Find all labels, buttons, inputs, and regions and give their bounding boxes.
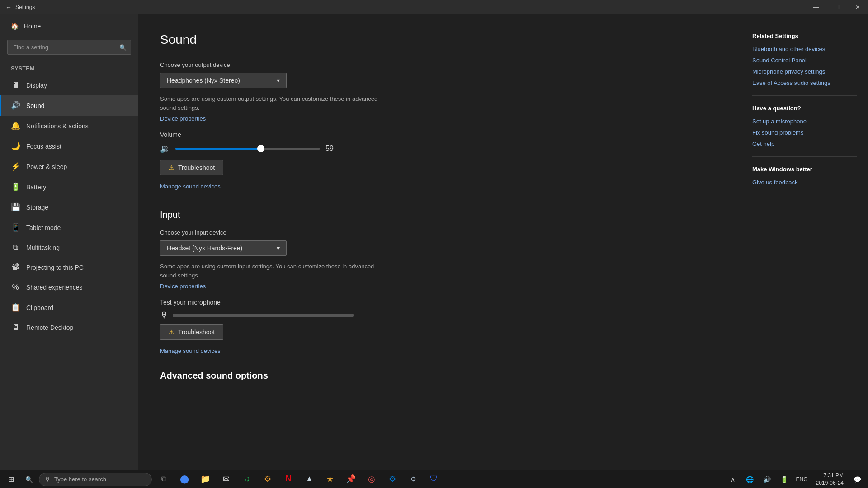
question-link-fix-sound[interactable]: Fix sound problems [752,129,857,136]
question-link-setup-mic[interactable]: Set up a microphone [752,118,857,125]
sidebar-item-clipboard-label: Clipboard [26,304,53,311]
volume-thumb[interactable] [257,145,264,152]
sidebar-item-tablet[interactable]: 📱 Tablet mode [0,217,138,238]
taskbar-search-box[interactable]: 🎙 Type here to search [39,473,152,486]
question-link-get-help[interactable]: Get help [752,141,857,147]
input-troubleshoot-button[interactable]: ⚠ Troubleshoot [160,324,223,340]
sidebar-item-battery-label: Battery [26,183,46,191]
volume-slider[interactable] [175,144,320,153]
sidebar-search-container: 🔍 [7,40,131,55]
taskbar-apps: ⧉ ⬤ 📁 ✉ ♫ ⚙ N ♟ ★ 📌 ◎ ⚙ ⚙ 🛡 [154,470,444,488]
taskbar-app-chrome[interactable]: ⬤ [175,470,194,488]
mic-level-bar [173,314,354,317]
right-divider-1 [752,95,857,96]
taskbar-right-area: ∧ 🌐 🔊 🔋 ENG 7:31 PM 2019-06-24 💬 [722,470,868,488]
language-indicator[interactable]: ENG [794,476,810,483]
titlebar: ← Settings — ❐ ✕ [0,0,868,14]
input-heading: Input [160,210,720,220]
notifications-icon: 🔔 [11,121,20,131]
cortana-button[interactable]: 🔍 [20,470,38,488]
battery-icon: 🔋 [11,182,20,192]
sidebar-item-remote-label: Remote Desktop [26,324,73,331]
sidebar-item-storage[interactable]: 💾 Storage [0,197,138,217]
storage-icon: 💾 [11,202,20,212]
shared-icon: % [11,283,20,292]
related-link-microphone-privacy[interactable]: Microphone privacy settings [752,68,857,75]
sidebar-item-notifications-label: Notifications & actions [26,122,89,130]
close-button[interactable]: ✕ [847,0,868,14]
sidebar-home-button[interactable]: 🏠 Home [0,14,138,38]
input-device-dropdown[interactable]: Headset (Nyx Hands-Free) ▾ [160,240,287,256]
taskbar-app-netflix[interactable]: N [278,470,298,488]
taskbar-search-text: Type here to search [54,476,106,483]
output-device-dropdown[interactable]: Headphones (Nyx Stereo) ▾ [160,73,287,88]
volume-icon: 🔉 [160,144,170,154]
sidebar-item-power[interactable]: ⚡ Power & sleep [0,156,138,177]
feedback-link[interactable]: Give us feedback [752,179,857,186]
taskbar-app-spotify[interactable]: ♫ [237,470,257,488]
volume-fill [175,148,261,150]
taskbar-app-steam[interactable]: ♟ [299,470,319,488]
sound-icon: 🔊 [11,101,20,110]
make-windows-better-title: Make Windows better [752,166,857,173]
taskbar-mic-icon: 🎙 [45,476,51,483]
related-link-sound-control[interactable]: Sound Control Panel [752,57,857,64]
related-link-bluetooth[interactable]: Bluetooth and other devices [752,46,857,52]
taskbar-app-settings[interactable]: ⚙ [382,470,402,488]
output-info-text: Some apps are using custom output settin… [160,94,386,112]
taskbar-app-mail[interactable]: ✉ [216,470,236,488]
input-device-properties-link[interactable]: Device properties [160,283,206,290]
taskbar: ⊞ 🔍 🎙 Type here to search ⧉ ⬤ 📁 ✉ ♫ ⚙ N … [0,470,868,488]
main-content: Sound Choose your output device Headphon… [138,14,741,470]
output-troubleshoot-button[interactable]: ⚠ Troubleshoot [160,160,223,175]
sidebar-item-sound[interactable]: 🔊 Sound [0,95,138,116]
have-question-title: Have a question? [752,105,857,112]
output-device-value: Headphones (Nyx Stereo) [167,77,240,84]
sidebar-item-focus[interactable]: 🌙 Focus assist [0,136,138,156]
taskbar-app-shield[interactable]: 🛡 [424,470,444,488]
taskbar-clock[interactable]: 7:31 PM 2019-06-24 [812,470,847,488]
taskbar-app-camtasia[interactable]: ◎ [362,470,382,488]
sidebar-item-shared[interactable]: % Shared experiences [0,277,138,297]
multitasking-icon: ⧉ [11,243,20,252]
right-divider-2 [752,156,857,157]
sidebar-item-clipboard[interactable]: 📋 Clipboard [0,297,138,318]
sidebar-item-multitasking[interactable]: ⧉ Multitasking [0,238,138,258]
taskbar-app-misc2[interactable]: ★ [320,470,340,488]
clock-date: 2019-06-24 [816,479,844,487]
taskbar-app-sticky[interactable]: 📌 [341,470,361,488]
volume-section: Volume 🔉 59 ⚠ Troubleshoot Manage sound … [160,131,720,199]
page-title: Sound [160,33,720,47]
manage-sound-devices-link-input[interactable]: Manage sound devices [160,347,221,354]
network-icon[interactable]: 🌐 [743,470,757,488]
taskbar-app-misc1[interactable]: ⚙ [258,470,278,488]
volume-taskbar-icon[interactable]: 🔊 [760,470,774,488]
sidebar-item-notifications[interactable]: 🔔 Notifications & actions [0,116,138,136]
output-device-label: Choose your output device [160,61,720,68]
maximize-button[interactable]: ❐ [826,0,847,14]
related-link-ease-of-access[interactable]: Ease of Access audio settings [752,80,857,86]
input-device-label: Choose your input device [160,229,720,236]
back-button[interactable]: ← [5,4,12,11]
battery-taskbar-icon[interactable]: 🔋 [777,470,792,488]
output-dropdown-chevron: ▾ [277,77,280,84]
sidebar-item-remote[interactable]: 🖥 Remote Desktop [0,318,138,338]
taskbar-app-explorer[interactable]: 📁 [195,470,215,488]
related-settings-title: Related Settings [752,33,857,39]
taskbar-app-taskview[interactable]: ⧉ [154,470,174,488]
input-info-text: Some apps are using custom input setting… [160,262,386,280]
taskbar-app-steam2[interactable]: ⚙ [403,470,423,488]
titlebar-title: Settings [15,4,35,10]
notification-center-button[interactable]: 💬 [850,470,864,488]
search-input[interactable] [7,40,131,55]
app-body: 🏠 Home 🔍 System 🖥 Display 🔊 Sound 🔔 Noti… [0,14,868,470]
minimize-button[interactable]: — [806,0,826,14]
manage-sound-devices-link-output[interactable]: Manage sound devices [160,183,221,190]
output-device-properties-link[interactable]: Device properties [160,115,206,122]
sidebar-item-projecting[interactable]: 📽 Projecting to this PC [0,258,138,277]
start-button[interactable]: ⊞ [2,470,20,488]
input-dropdown-chevron: ▾ [277,244,280,252]
sidebar-item-battery[interactable]: 🔋 Battery [0,177,138,197]
show-hidden-icons-button[interactable]: ∧ [726,470,740,488]
sidebar-item-display[interactable]: 🖥 Display [0,75,138,95]
